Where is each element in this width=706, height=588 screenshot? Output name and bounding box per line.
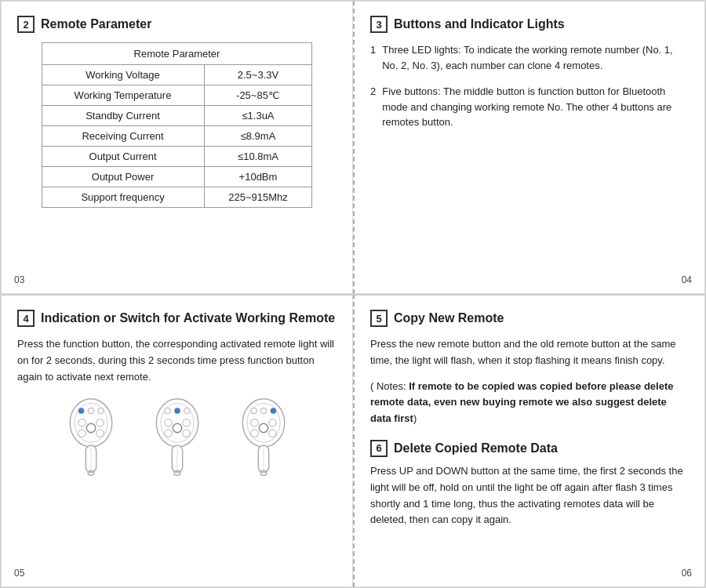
table-row: Working Voltage2.5~3.3V <box>42 65 312 85</box>
svg-point-34 <box>268 430 276 437</box>
param-name: Working Temperature <box>42 85 204 106</box>
param-value: ≤8.9mA <box>204 126 312 147</box>
svg-point-31 <box>250 419 258 427</box>
table-row: Receiving Current≤8.9mA <box>42 126 312 147</box>
svg-point-28 <box>250 408 257 415</box>
svg-point-22 <box>173 424 181 433</box>
panel3-title: 4 Indication or Switch for Activate Work… <box>17 310 337 327</box>
svg-point-18 <box>164 419 172 427</box>
copy-remote-desc-a: Press the new remote button and the old … <box>370 336 689 369</box>
page-container: 2 Remote Parameter Remote Parameter Work… <box>0 0 706 588</box>
param-name: Output Current <box>42 147 204 167</box>
param-name: Receiving Current <box>42 126 204 147</box>
list-text: Five buttons: The middle button is funct… <box>382 84 689 130</box>
svg-point-30 <box>270 408 276 415</box>
table-row: Output Current≤10.8mA <box>42 147 312 167</box>
remote-image-2 <box>142 394 213 481</box>
svg-point-32 <box>268 419 276 427</box>
param-value: ≤1.3uA <box>204 106 312 126</box>
list-item: 2Five buttons: The middle button is func… <box>370 84 689 130</box>
section-num-2: 2 <box>17 16 35 33</box>
svg-point-7 <box>78 430 86 437</box>
panel4-title-6: 6 Delete Copied Remote Data <box>370 440 689 457</box>
svg-point-33 <box>250 430 258 437</box>
copy-note-prefix: ( Notes: If remote to be copied was copi… <box>370 380 674 425</box>
svg-point-29 <box>260 408 267 415</box>
panel3-description: Press the function button, the correspon… <box>17 336 337 385</box>
panel3-title-text: Indication or Switch for Activate Workin… <box>41 311 335 325</box>
svg-point-2 <box>78 408 84 415</box>
list-text: Three LED lights: To indicate the workin… <box>382 42 689 73</box>
page-num-05: 05 <box>14 568 24 579</box>
page-num-04: 04 <box>682 274 692 285</box>
svg-point-17 <box>184 408 190 415</box>
remote-image-1 <box>56 394 126 481</box>
param-name: Support frequency <box>42 187 204 208</box>
panel4-title-6-text: Delete Copied Remote Data <box>394 441 558 456</box>
page-num-03: 03 <box>14 274 24 285</box>
svg-point-5 <box>78 419 86 427</box>
copy-remote-desc-b: ( Notes: If remote to be copied was copi… <box>370 379 689 427</box>
param-name: Output Power <box>42 167 204 187</box>
list-item: 1Three LED lights: To indicate the worki… <box>370 42 689 73</box>
svg-point-19 <box>182 419 190 427</box>
svg-point-35 <box>259 424 267 433</box>
panel1-title: 2 Remote Parameter <box>17 16 337 33</box>
table-row: Support frequency225~915Mhz <box>42 187 312 208</box>
param-value: ≤10.8mA <box>204 147 312 167</box>
table-header: Remote Parameter <box>42 43 312 65</box>
section-delete-remote: 6 Delete Copied Remote Data Press UP and… <box>370 440 689 528</box>
svg-point-4 <box>97 408 104 415</box>
panel4-title-5-text: Copy New Remote <box>394 311 504 325</box>
list-num: 1 <box>370 42 376 73</box>
panel1-title-text: Remote Parameter <box>41 17 151 31</box>
table-row: Working Temperature-25~85℃ <box>42 85 312 106</box>
parameter-table: Remote Parameter Working Voltage2.5~3.3V… <box>42 42 313 208</box>
svg-point-3 <box>88 408 94 415</box>
section-num-5: 5 <box>370 310 388 327</box>
panel-copy-delete: 5 Copy New Remote Press the new remote b… <box>353 294 705 587</box>
page-num-06: 06 <box>682 568 692 579</box>
panel2-title-text: Buttons and Indicator Lights <box>394 17 565 31</box>
svg-point-20 <box>164 430 172 437</box>
list-num: 2 <box>370 84 376 130</box>
panel-remote-parameter: 2 Remote Parameter Remote Parameter Work… <box>1 1 353 294</box>
table-row: Output Power+10dBm <box>42 167 312 187</box>
section-num-6: 6 <box>370 440 388 457</box>
panel-indication-switch: 4 Indication or Switch for Activate Work… <box>1 294 353 587</box>
panel2-title: 3 Buttons and Indicator Lights <box>370 16 689 33</box>
svg-point-6 <box>96 419 104 427</box>
param-value: 2.5~3.3V <box>204 65 312 85</box>
panel-buttons-lights: 3 Buttons and Indicator Lights 1Three LE… <box>353 1 705 294</box>
param-name: Working Voltage <box>42 65 204 85</box>
svg-point-8 <box>96 430 104 437</box>
param-value: 225~915Mhz <box>204 187 312 208</box>
param-name: Standby Current <box>42 106 204 126</box>
table-row: Standby Current≤1.3uA <box>42 106 312 126</box>
section-num-4: 4 <box>17 310 35 327</box>
panel4-title-5: 5 Copy New Remote <box>370 310 689 327</box>
section-copy-remote: 5 Copy New Remote Press the new remote b… <box>370 310 689 427</box>
svg-point-21 <box>182 430 190 437</box>
buttons-indicator-list: 1Three LED lights: To indicate the worki… <box>370 42 689 130</box>
svg-point-16 <box>174 408 180 415</box>
remote-images-container <box>17 394 337 481</box>
delete-remote-desc: Press UP and DOWN button at the same tim… <box>370 463 689 528</box>
svg-point-15 <box>164 408 170 415</box>
section-num-3: 3 <box>370 16 388 33</box>
svg-point-9 <box>86 424 95 433</box>
param-value: -25~85℃ <box>204 85 312 106</box>
param-value: +10dBm <box>204 167 312 187</box>
remote-image-3 <box>228 394 299 481</box>
